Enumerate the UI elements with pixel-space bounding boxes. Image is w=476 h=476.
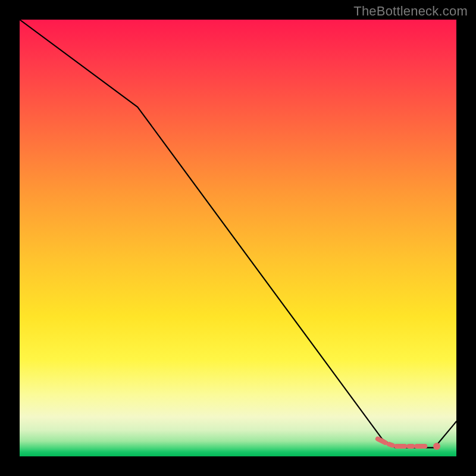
watermark-text: TheBottleneck.com xyxy=(353,4,468,19)
end-dot-marker xyxy=(433,443,440,450)
series-flat-highlight xyxy=(378,439,437,447)
chart-frame: TheBottleneck.com xyxy=(0,0,476,476)
chart-svg xyxy=(20,20,456,456)
series-curve-black xyxy=(20,20,456,447)
